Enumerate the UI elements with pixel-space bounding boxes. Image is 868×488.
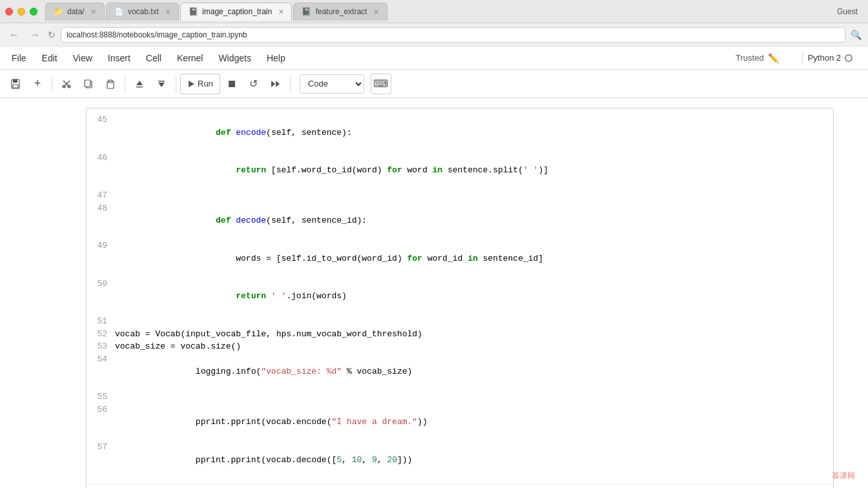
code-line-57: 57 pprint.pprint(vocab.decode([5, 10, 9,… (92, 441, 828, 479)
titlebar: 📁 data/ × 📄 vocab.txt × 📓 image_caption_… (0, 0, 868, 23)
line-no-52: 52 (92, 328, 115, 341)
menu-file[interactable]: File (10, 50, 28, 66)
tab-data-close[interactable]: × (91, 6, 96, 17)
line-no-48: 48 (92, 202, 115, 240)
tab-feature-close[interactable]: × (373, 6, 378, 17)
line-code-52: vocab = Vocab(input_vocab_file, hps.num_… (115, 328, 828, 341)
svg-rect-12 (136, 86, 143, 88)
svg-rect-8 (85, 80, 90, 86)
copy-button[interactable] (78, 74, 99, 94)
notebook-wrapper: 45 def encode(self, sentence): 46 return… (21, 107, 847, 488)
line-no-55: 55 (92, 391, 115, 403)
cut-button[interactable] (56, 74, 77, 94)
trusted-area: Trusted ✏️ (736, 53, 779, 63)
refresh-button[interactable]: ↻ (48, 30, 56, 40)
line-code-56: pprint.pprint(vocab.encode("I have a dre… (115, 403, 828, 442)
menu-kernel[interactable]: Kernel (176, 50, 204, 66)
line-no-49: 49 (92, 239, 115, 278)
menu-edit[interactable]: Edit (41, 50, 59, 66)
code-line-48: 48 def decode(self, sentence_id): (92, 202, 828, 240)
code-line-50: 50 return ' '.join(words) (92, 278, 828, 316)
svg-marker-18 (276, 81, 280, 87)
search-icon: 🔍 (851, 30, 862, 40)
move-up-button[interactable] (129, 74, 150, 94)
close-button[interactable] (5, 8, 13, 15)
minimize-button[interactable] (17, 8, 25, 15)
menu-view[interactable]: View (72, 50, 94, 66)
forward-button[interactable]: → (27, 28, 43, 42)
menu-cell[interactable]: Cell (145, 50, 163, 66)
notebook-toolbar: + (0, 70, 868, 98)
svg-rect-14 (158, 81, 165, 82)
line-code-53: vocab_size = vocab.size() (115, 340, 828, 353)
line-no-57: 57 (92, 441, 115, 479)
tab-data-favicon: 📁 (54, 7, 63, 16)
kernel-indicator (845, 54, 852, 62)
tab-vocab-close[interactable]: × (165, 6, 170, 17)
back-button[interactable]: ← (6, 28, 22, 42)
tab-data[interactable]: 📁 data/ × (45, 3, 105, 21)
line-no-45: 45 (92, 114, 115, 152)
move-down-button[interactable] (151, 74, 172, 94)
tab-feature[interactable]: 📓 feature_extract × (293, 3, 387, 21)
toolbar-divider-1 (52, 76, 52, 92)
line-code-47 (115, 189, 828, 202)
add-icon: + (34, 77, 41, 90)
run-label: Run (198, 79, 213, 88)
code-line-52: 52 vocab = Vocab(input_vocab_file, hps.n… (92, 328, 828, 341)
tab-vocab-favicon: 📄 (114, 7, 124, 16)
fast-forward-icon (271, 79, 281, 88)
guest-label: Guest (837, 7, 863, 16)
line-code-49: words = [self.id_to_word(word_id) for wo… (115, 239, 828, 278)
code-line-53: 53 vocab_size = vocab.size() (92, 340, 828, 353)
url-text: localhost:8888/notebooks/image_caption_t… (67, 30, 247, 39)
cut-icon (61, 79, 72, 89)
trusted-label: Trusted (736, 53, 764, 63)
output-area: INFO:tensorflow:vocab_size: 10875 [1489,… (87, 484, 833, 489)
line-code-54: logging.info("vocab_size: %d" % vocab_si… (115, 353, 828, 391)
tab-caption-label: image_caption_train (202, 7, 272, 16)
code-line-45: 45 def encode(self, sentence): (92, 114, 828, 152)
cell-body-code[interactable]: 45 def encode(self, sentence): 46 return… (86, 108, 834, 488)
add-cell-button[interactable]: + (27, 74, 48, 94)
tab-caption-close[interactable]: × (278, 6, 284, 17)
menu-insert[interactable]: Insert (107, 50, 132, 66)
menu-widgets[interactable]: Widgets (217, 50, 253, 66)
url-bar[interactable]: localhost:8888/notebooks/image_caption_t… (61, 27, 845, 43)
toolbar-divider-3 (176, 76, 176, 92)
cell-type-select[interactable]: Code Markdown Raw NBConvert Heading (300, 74, 364, 94)
code-line-51: 51 (92, 315, 828, 328)
tab-caption[interactable]: 📓 image_caption_train × (180, 3, 292, 21)
tab-caption-favicon: 📓 (189, 7, 198, 16)
menu-help[interactable]: Help (265, 50, 287, 66)
tab-vocab[interactable]: 📄 vocab.txt × (106, 3, 179, 21)
keyboard-icon: ⌨ (373, 77, 388, 90)
notebook-content: 45 def encode(self, sentence): 46 return… (0, 98, 868, 488)
edit-icon[interactable]: ✏️ (768, 53, 779, 63)
run-button[interactable]: Run (180, 74, 220, 94)
fast-forward-button[interactable] (265, 74, 286, 94)
restart-button[interactable]: ↺ (243, 74, 264, 94)
line-code-51 (115, 315, 828, 328)
keyboard-button[interactable]: ⌨ (371, 74, 391, 94)
line-no-54: 54 (92, 353, 115, 391)
line-no-47: 47 (92, 189, 115, 202)
code-line-56: 56 pprint.pprint(vocab.encode("I have a … (92, 403, 828, 442)
maximize-button[interactable] (30, 8, 37, 15)
line-no-46: 46 (92, 152, 115, 190)
code-line-47: 47 (92, 189, 828, 202)
line-no-51: 51 (92, 315, 115, 328)
line-code-50: return ' '.join(words) (115, 278, 828, 316)
stop-icon (228, 80, 236, 88)
line-code-48: def decode(self, sentence_id): (115, 202, 828, 240)
tab-feature-label: feature_extract (315, 7, 367, 16)
stop-button[interactable] (222, 74, 242, 94)
paste-button[interactable] (100, 74, 121, 94)
tab-feature-favicon: 📓 (302, 7, 311, 16)
svg-rect-1 (13, 79, 17, 83)
paste-icon (105, 79, 116, 89)
code-cell-main: 45 def encode(self, sentence): 46 return… (34, 107, 834, 488)
line-no-53: 53 (92, 340, 115, 353)
save-button[interactable] (5, 74, 26, 94)
tab-data-label: data/ (67, 7, 85, 16)
